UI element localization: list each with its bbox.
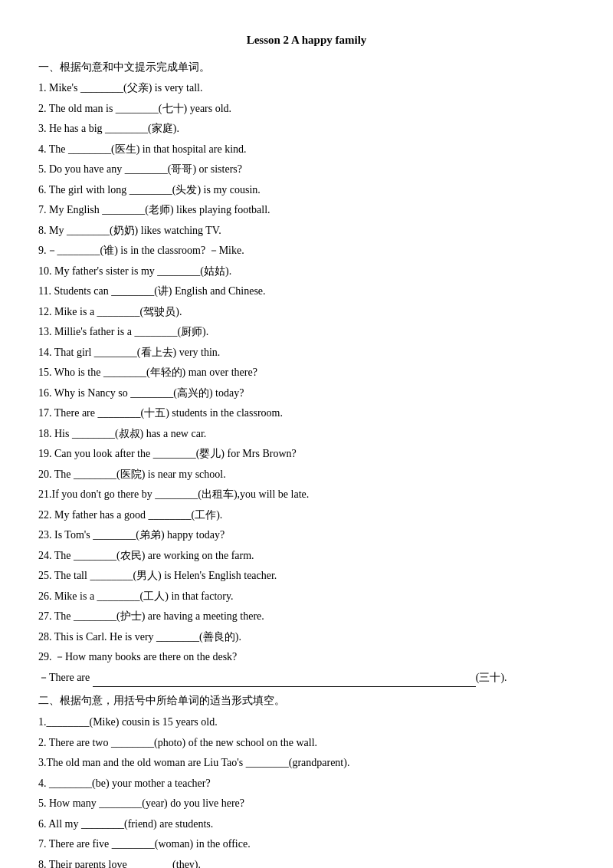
section1-line-27: 27. The ________(护士) are having a meetin… xyxy=(38,607,575,626)
section1-line-29: 29. －How many books are there on the des… xyxy=(38,648,575,667)
section1-line-13: 13. Millie's father is a ________(厨师). xyxy=(38,323,575,342)
section1-line-1: 1. Mike's ________(父亲) is very tall. xyxy=(38,79,575,98)
section1-line-2: 2. The old man is ________(七十) years old… xyxy=(38,100,575,119)
section2-line-4: 4. ________(be) your mother a teacher? xyxy=(38,774,575,794)
page-title: Lesson 2 A happy family xyxy=(38,31,575,51)
section1-line-12: 12. Mike is a ________(驾驶员). xyxy=(38,303,575,322)
section2-line-8: 8. Their parents love ________(they). xyxy=(38,856,575,868)
section1-line-26: 26. Mike is a ________(工人) in that facto… xyxy=(38,587,575,607)
section1-line-9: 9.－________(谁) is in the classroom? －Mik… xyxy=(38,242,575,261)
section1-line-7: 7. My English ________(老师) likes playing… xyxy=(38,201,575,220)
section1-line-10: 10. My father's sister is my ________(姑姑… xyxy=(38,262,575,281)
section1-line-8: 8. My ________(奶奶) likes watching TV. xyxy=(38,222,575,241)
section1-line-4: 4. The ________(医生) in that hospital are… xyxy=(38,140,575,159)
section2-lines: 1.________(Mike) cousin is 15 years old.… xyxy=(38,713,575,868)
section1-line-28: 28. This is Carl. He is very ________(善良… xyxy=(38,628,575,647)
section1-line29b: －There are (三十). xyxy=(38,669,575,688)
section1-line-5: 5. Do you have any ________(哥哥) or siste… xyxy=(38,160,575,179)
section2-header: 二、根据句意，用括号中所给单词的适当形式填空。 xyxy=(38,692,575,710)
section2-line-1: 1.________(Mike) cousin is 15 years old. xyxy=(38,713,575,732)
section1-line-3: 3. He has a big ________(家庭). xyxy=(38,120,575,139)
section1-line-24: 24. The ________(农民) are working on the … xyxy=(38,547,575,566)
section2-line-2: 2. There are two ________(photo) of the … xyxy=(38,734,575,753)
section1-line-15: 15. Who is the ________(年轻的) man over th… xyxy=(38,363,575,383)
section1-line-19: 19. Can you look after the ________(婴儿) … xyxy=(38,445,575,464)
section1-line-21: 21.If you don't go there by ________(出租车… xyxy=(38,485,575,505)
section1-header: 一、根据句意和中文提示完成单词。 xyxy=(38,58,575,77)
section1-lines: 1. Mike's ________(父亲) is very tall.2. T… xyxy=(38,79,575,667)
section1-line-14: 14. That girl ________(看上去) very thin. xyxy=(38,344,575,363)
section1-line-22: 22. My father has a good ________(工作). xyxy=(38,506,575,525)
section1-line-20: 20. The ________(医院) is near my school. xyxy=(38,465,575,485)
section2-line-3: 3.The old man and the old woman are Liu … xyxy=(38,754,575,773)
section1-line-16: 16. Why is Nancy so ________(高兴的) today? xyxy=(38,384,575,403)
section2-line-7: 7. There are five ________(woman) in the… xyxy=(38,835,575,854)
section2-line-5: 5. How many ________(year) do you live h… xyxy=(38,794,575,814)
section1-line-23: 23. Is Tom's ________(弟弟) happy today? xyxy=(38,526,575,545)
section1-line-18: 18. His ________(叔叔) has a new car. xyxy=(38,425,575,444)
section1-line-11: 11. Students can ________(讲) English and… xyxy=(38,282,575,301)
section1-line-6: 6. The girl with long ________(头发) is my… xyxy=(38,181,575,200)
section2-line-6: 6. All my ________(friend) are students. xyxy=(38,815,575,834)
section1-line-25: 25. The tall ________(男人) is Helen's Eng… xyxy=(38,567,575,586)
section1-line-17: 17. There are ________(十五) students in t… xyxy=(38,404,575,423)
